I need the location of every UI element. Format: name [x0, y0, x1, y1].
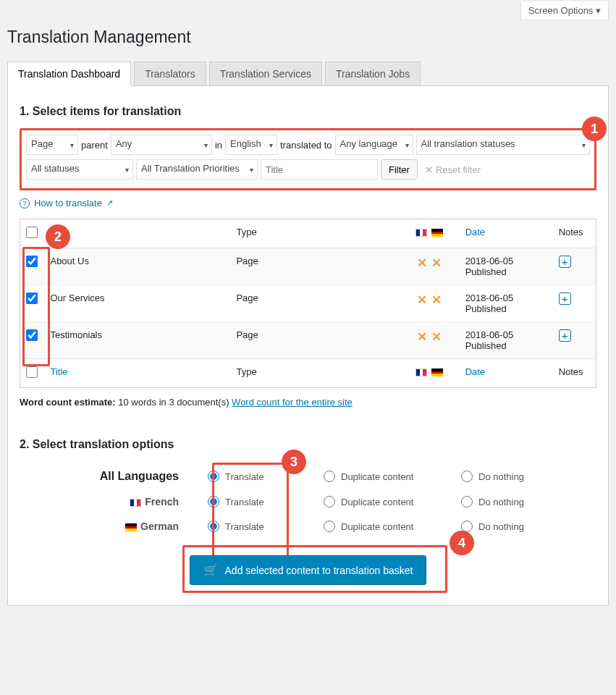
row-status-flags: ✕✕	[409, 322, 460, 359]
french-label: French	[20, 496, 208, 507]
col-notes-footer: Notes	[553, 359, 596, 388]
filter-target[interactable]: Any language	[335, 135, 413, 155]
filter-status[interactable]: All statuses	[26, 159, 133, 180]
label-translated-to: translated to	[280, 140, 332, 151]
how-to-translate-link[interactable]: ? How to translate ↗	[20, 198, 113, 208]
row-type: Page	[230, 248, 408, 285]
section1-title: 1. Select items for translation	[20, 105, 596, 118]
filter-priority[interactable]: All Translation Priorities	[136, 159, 258, 180]
german-flag-icon	[125, 523, 137, 531]
cart-icon: 🛒	[203, 563, 218, 577]
filter-language[interactable]: English	[225, 135, 277, 155]
filter-button[interactable]: Filter	[381, 159, 418, 180]
badge-2: 2	[46, 224, 70, 249]
row-date: 2018-06-05Published	[460, 322, 553, 359]
table-header: Title Type Date Notes	[20, 219, 596, 248]
screen-options-arrow: ▾	[596, 5, 601, 16]
note-icon[interactable]: +	[559, 292, 571, 305]
german-duplicate[interactable]: Duplicate content	[324, 521, 461, 532]
how-to-label: How to translate	[34, 198, 102, 208]
panel: 1. Select items for translation Page par…	[7, 86, 609, 606]
col-flags	[409, 219, 460, 248]
table-row: Testimonials Page ✕✕ 2018-06-05Published…	[20, 322, 596, 359]
status-x-icon: ✕	[417, 256, 427, 270]
row-checkbox[interactable]	[26, 292, 38, 304]
tab-translators[interactable]: Translators	[134, 62, 206, 86]
tab-dashboard[interactable]: Translation Dashboard	[7, 62, 131, 86]
reset-filter-label: Reset filter	[436, 164, 481, 175]
row-status-flags: ✕✕	[409, 248, 460, 285]
radio-all-duplicate[interactable]	[324, 471, 335, 482]
badge-1: 1	[582, 117, 607, 141]
french-translate[interactable]: Translate	[208, 496, 324, 507]
radio-de-duplicate[interactable]	[324, 521, 335, 532]
french-nothing[interactable]: Do nothing	[461, 496, 570, 507]
label-parent: parent	[81, 140, 108, 151]
wordcount-link[interactable]: Word count for the entire site	[232, 397, 353, 408]
col-date[interactable]: Date	[465, 227, 485, 237]
row-title: Our Services	[44, 285, 230, 322]
table-row: Our Services Page ✕✕ 2018-06-05Published…	[20, 285, 596, 322]
filter-row-1: Page parent Any in English translated to…	[26, 135, 590, 155]
filter-parent[interactable]: Any	[111, 135, 212, 155]
tab-services[interactable]: Translation Services	[209, 62, 322, 86]
word-count: Word count estimate: 10 words in 3 docum…	[20, 388, 596, 416]
wordcount-label: Word count estimate:	[20, 397, 116, 408]
radio-all-translate[interactable]	[208, 471, 219, 482]
filter-title[interactable]	[261, 159, 378, 180]
row-checkbox[interactable]	[26, 329, 38, 341]
row-status-flags: ✕✕	[409, 285, 460, 322]
row-checkbox[interactable]	[26, 256, 38, 267]
add-to-basket-label: Add selected content to translation bask…	[225, 565, 413, 576]
col-title-footer[interactable]: Title	[50, 366, 67, 377]
row-date: 2018-06-05Published	[460, 248, 553, 285]
wordcount-text: 10 words in 3 document(s)	[118, 397, 229, 408]
col-type-footer: Type	[230, 359, 408, 388]
all-translate[interactable]: Translate	[208, 471, 324, 482]
table-row: About Us Page ✕✕ 2018-06-05Published +	[20, 248, 596, 285]
german-nothing[interactable]: Do nothing	[461, 521, 570, 532]
table-footer: Title Type Date Notes	[20, 359, 596, 388]
col-date-footer[interactable]: Date	[465, 366, 485, 377]
radio-fr-duplicate[interactable]	[324, 496, 335, 507]
note-icon[interactable]: +	[559, 329, 571, 342]
tab-jobs[interactable]: Translation Jobs	[325, 62, 421, 86]
status-x-icon: ✕	[431, 293, 442, 307]
all-duplicate[interactable]: Duplicate content	[324, 471, 461, 482]
col-notes: Notes	[553, 219, 596, 248]
german-flag-icon	[431, 229, 443, 237]
label-in: in	[215, 140, 222, 151]
radio-de-translate[interactable]	[208, 521, 219, 532]
note-icon[interactable]: +	[559, 256, 571, 268]
radio-fr-translate[interactable]	[208, 496, 219, 507]
screen-options-toggle[interactable]: Screen Options ▾	[520, 1, 609, 20]
status-x-icon: ✕	[431, 330, 442, 344]
all-nothing[interactable]: Do nothing	[461, 471, 570, 482]
filter-type[interactable]: Page	[26, 135, 78, 155]
select-all-top[interactable]	[26, 227, 38, 238]
col-flags-footer	[409, 359, 460, 388]
page-title: Translation Management	[0, 20, 616, 62]
german-label: German	[20, 521, 208, 532]
radio-all-nothing[interactable]	[461, 471, 473, 482]
section2-title: 2. Select translation options	[20, 438, 596, 451]
german-flag-icon	[431, 368, 443, 376]
row-title: Testimonials	[44, 322, 230, 359]
add-to-basket-button[interactable]: 🛒 Add selected content to translation ba…	[190, 555, 427, 585]
radio-fr-nothing[interactable]	[461, 496, 473, 507]
filter-translation-status[interactable]: All translation statuses	[416, 135, 590, 155]
badge-3: 3	[282, 450, 306, 474]
reset-filter[interactable]: ✕ Reset filter	[421, 164, 481, 175]
french-duplicate[interactable]: Duplicate content	[324, 496, 461, 507]
options-grid: All Languages Translate Duplicate conten…	[20, 461, 596, 547]
screen-options-bar: Screen Options ▾	[0, 0, 616, 20]
primary-button-wrap: 🛒 Add selected content to translation ba…	[20, 547, 596, 594]
row-type: Page	[230, 285, 408, 322]
tabs: Translation Dashboard Translators Transl…	[7, 62, 609, 86]
help-icon: ?	[20, 198, 30, 208]
external-link-icon: ↗	[106, 198, 113, 208]
main-wrap: Translation Dashboard Translators Transl…	[0, 62, 616, 617]
german-translate[interactable]: Translate	[208, 521, 324, 532]
filter-highlight: Page parent Any in English translated to…	[20, 128, 596, 190]
select-all-bottom[interactable]	[26, 366, 38, 378]
